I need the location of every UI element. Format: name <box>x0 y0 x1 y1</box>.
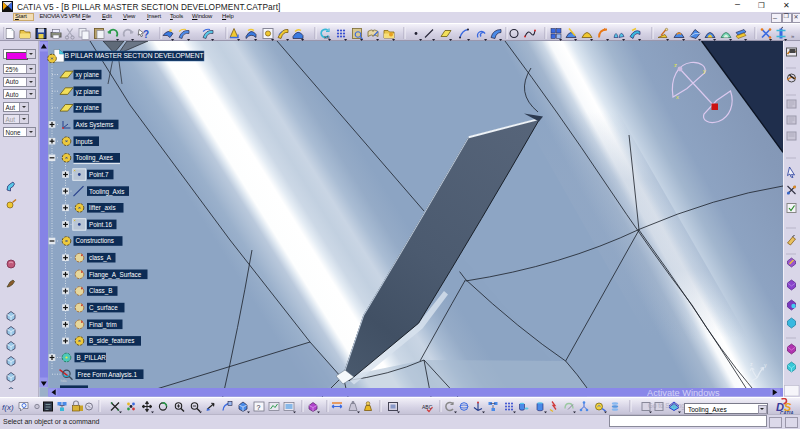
svg-text:Point.16: Point.16 <box>89 221 113 228</box>
svg-text:z: z <box>750 361 753 367</box>
svg-text:hda: hda <box>61 379 67 383</box>
svg-text:»: » <box>791 33 795 39</box>
svg-text:yz plane: yz plane <box>76 88 100 96</box>
svg-text:Point.7: Point.7 <box>89 171 109 178</box>
svg-text:x: x <box>745 380 748 386</box>
svg-text:Tooling_Axis: Tooling_Axis <box>89 188 124 196</box>
svg-text:Inputs: Inputs <box>76 138 93 146</box>
svg-text:x: x <box>676 94 679 100</box>
svg-text:Free Form Analysis.1: Free Form Analysis.1 <box>78 371 138 379</box>
svg-text:zx plane: zx plane <box>76 104 100 112</box>
svg-text:Constructions: Constructions <box>76 237 115 244</box>
svg-text:C_surface: C_surface <box>89 304 118 312</box>
svg-text:Axis Systems: Axis Systems <box>76 121 114 129</box>
svg-text:B_side_features: B_side_features <box>89 337 135 345</box>
svg-text:Tooling_Axes: Tooling_Axes <box>76 154 113 162</box>
svg-text:Class_B: Class_B <box>89 287 112 295</box>
svg-text:f(x): f(x) <box>2 403 14 412</box>
svg-text:Activate Windows: Activate Windows <box>647 388 720 397</box>
svg-text:Final_trim: Final_trim <box>89 321 117 329</box>
svg-text:lifter_axis: lifter_axis <box>89 204 116 212</box>
svg-text:Flange_A_Surface: Flange_A_Surface <box>89 271 142 279</box>
svg-text:y: y <box>764 362 767 368</box>
svg-text:?: ? <box>143 28 149 39</box>
svg-text:y: y <box>703 68 706 74</box>
svg-text:?: ? <box>257 404 261 411</box>
svg-text:B_PILLAR: B_PILLAR <box>77 354 107 362</box>
svg-text:class_A: class_A <box>89 254 112 262</box>
svg-text:B PILLAR MASTER SECTION DEVELO: B PILLAR MASTER SECTION DEVELOPMENT <box>65 52 204 59</box>
svg-text:xy plane: xy plane <box>76 71 100 79</box>
svg-text:z: z <box>674 62 677 68</box>
